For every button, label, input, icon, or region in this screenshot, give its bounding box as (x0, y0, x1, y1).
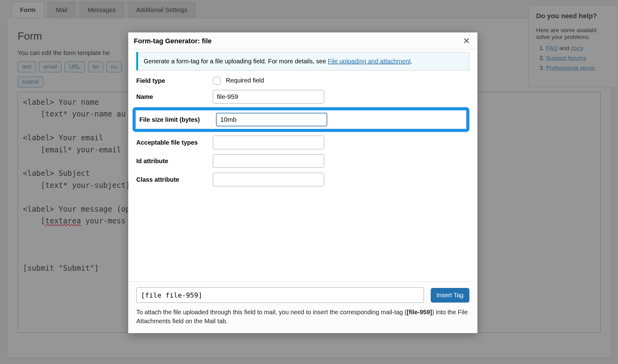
class-attr-input[interactable] (213, 173, 324, 186)
id-attr-input[interactable] (213, 154, 324, 168)
footer-note: To attach the file uploaded through this… (136, 308, 469, 326)
name-input[interactable] (213, 90, 324, 104)
label-id-attr: Id attribute (136, 157, 213, 165)
close-icon[interactable]: ✕ (461, 37, 472, 45)
footer-row: Insert Tag (136, 287, 469, 303)
modal-title: Form-tag Generator: file (134, 37, 212, 45)
accept-types-input[interactable] (213, 136, 324, 149)
row-id-attr: Id attribute (136, 152, 469, 170)
file-size-input[interactable] (216, 113, 327, 126)
label-accept: Acceptable file types (136, 138, 213, 147)
tag-output[interactable] (136, 287, 424, 303)
label-field-type: Field type (136, 77, 213, 85)
required-label: Required field (226, 77, 264, 84)
row-field-type: Field type Required field (136, 74, 469, 87)
modal-header: Form-tag Generator: file ✕ (128, 32, 477, 49)
info-text: . (411, 58, 413, 65)
row-class-attr: Class attribute (136, 170, 469, 189)
label-file-size: File size limit (bytes) (139, 116, 216, 124)
label-name: Name (136, 93, 213, 101)
label-class-attr: Class attribute (136, 176, 213, 184)
modal-form: Field type Required field Name File size… (136, 74, 469, 189)
modal-footer: Insert Tag To attach the file uploaded t… (128, 281, 477, 333)
formtag-modal: Form-tag Generator: file ✕ Generate a fo… (128, 32, 477, 333)
row-accept: Acceptable file types (136, 133, 469, 152)
insert-tag-button[interactable]: Insert Tag (431, 288, 469, 303)
modal-infobox: Generate a form-tag for a file uploading… (136, 52, 469, 70)
row-file-size-limit: File size limit (bytes) (133, 107, 469, 132)
row-name: Name (136, 87, 469, 106)
footer-mailtag: [file-959] (407, 309, 432, 315)
modal-body: Generate a form-tag for a file uploading… (128, 49, 477, 281)
footer-text: To attach the file uploaded through this… (136, 309, 407, 315)
required-checkbox[interactable] (213, 77, 221, 85)
info-text: Generate a form-tag for a file uploading… (144, 58, 328, 65)
link-file-upload-docs[interactable]: File uploading and attachment (328, 58, 411, 65)
